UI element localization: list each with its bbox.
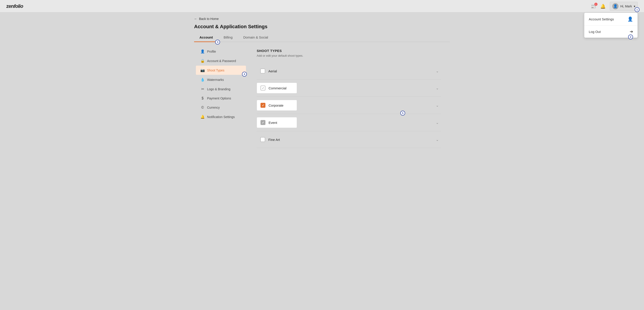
page-title: Account & Application Settings — [194, 24, 450, 30]
sidebar-item-account-password[interactable]: 🔒 Account & Password — [196, 56, 246, 65]
user-menu-wrapper: 👤 Hi, Mark ▾ 1 — [610, 2, 638, 11]
camera-icon: 📷 — [200, 68, 205, 72]
notification-badge: 1 — [594, 3, 598, 6]
checkbox-commercial[interactable]: ✓ — [260, 86, 266, 90]
tab-domain[interactable]: Domain & Social — [238, 33, 274, 42]
scissors-icon: ✂ — [200, 87, 205, 91]
back-link[interactable]: ← Back to Home — [194, 17, 450, 21]
bell-sidebar-icon: 🔔 — [200, 115, 205, 119]
checkmark-event: ✓ — [262, 121, 264, 124]
section-subtitle: Add or edit your default shoot types. — [257, 54, 441, 57]
annotation-4: 4 — [242, 72, 247, 77]
shoot-label-event: Event — [268, 121, 277, 124]
sidebar-item-currency[interactable]: © Currency — [196, 103, 246, 112]
user-menu-button[interactable]: 👤 Hi, Mark ▾ — [610, 2, 638, 11]
shoot-row-corporate: ✓ Corporate 5 ⌄ — [257, 97, 441, 114]
chevron-commercial: ⌄ — [436, 86, 439, 90]
account-settings-menu-item[interactable]: Account Settings 👤 2 — [584, 13, 638, 26]
back-arrow-icon: ← — [194, 17, 197, 21]
section-title: SHOOT TYPES — [257, 49, 441, 53]
user-dropdown-menu: Account Settings 👤 2 Log Out ➔ — [584, 13, 638, 38]
annotation-3: 3 — [215, 40, 220, 45]
shoot-label-corporate: Corporate — [268, 103, 284, 107]
back-link-text: Back to Home — [199, 17, 219, 21]
sidebar-label-shoot-types: Shoot Types — [207, 69, 224, 72]
shoot-label-aerial: Aerial — [268, 69, 277, 73]
person-icon: 👤 — [628, 16, 633, 22]
sidebar-label-logo-branding: Logo & Branding — [207, 87, 230, 91]
sidebar-item-watermarks[interactable]: 💧 Watermarks — [196, 75, 246, 84]
bell-icon[interactable]: 🔔 — [600, 4, 606, 9]
notification-icon[interactable]: 📰 1 — [590, 4, 596, 9]
sidebar-item-shoot-types[interactable]: 📷 Shoot Types 4 — [196, 66, 246, 75]
sidebar-item-profile[interactable]: 👤 Profile — [196, 47, 246, 56]
sidebar: 👤 Profile 🔒 Account & Password 📷 Shoot T… — [194, 42, 248, 177]
annotation-5: 5 — [400, 111, 405, 116]
sidebar-label-account-password: Account & Password — [207, 59, 236, 63]
annotation-2: 2 — [628, 35, 633, 39]
logo: zenfolio — [6, 3, 23, 9]
avatar: 👤 — [612, 3, 618, 10]
shoot-row-inner-fine-art: Fine Art — [257, 134, 297, 145]
user-greeting: Hi, Mark — [620, 5, 632, 8]
topnav: zenfolio 📰 1 🔔 👤 Hi, Mark ▾ 1 — [0, 0, 644, 13]
checkbox-event[interactable]: ✓ — [260, 120, 266, 125]
main-content: SHOOT TYPES Add or edit your default sho… — [248, 42, 450, 177]
sidebar-item-payment[interactable]: $ Payment Options — [196, 94, 246, 103]
shoot-row-event: ✓ Event ⌄ — [257, 114, 441, 131]
checkmark-commercial: ✓ — [262, 86, 264, 90]
sidebar-label-notifications: Notification Settings — [207, 115, 235, 119]
sidebar-label-watermarks: Watermarks — [207, 78, 224, 82]
watermark-icon: 💧 — [200, 78, 205, 82]
sidebar-label-currency: Currency — [207, 106, 220, 109]
sidebar-label-profile: Profile — [207, 50, 216, 53]
sidebar-item-logo-branding[interactable]: ✂ Logo & Branding — [196, 84, 246, 94]
main-container: ← Back to Home Account & Application Set… — [188, 13, 456, 181]
content-area: 👤 Profile 🔒 Account & Password 📷 Shoot T… — [194, 42, 450, 177]
chevron-corporate: ⌄ — [436, 103, 439, 107]
chevron-aerial: ⌄ — [436, 69, 439, 73]
logout-label: Log Out — [589, 30, 600, 34]
lock-icon: 🔒 — [200, 59, 205, 63]
shoot-row-fine-art: Fine Art ⌄ — [257, 131, 441, 148]
checkbox-fine-art[interactable] — [260, 137, 265, 142]
shoot-row-inner-aerial: Aerial — [257, 66, 297, 76]
checkmark-corporate: ✓ — [262, 104, 264, 107]
shoot-row-inner-event: ✓ Event — [257, 117, 297, 128]
dropdown-arrow: ▾ — [634, 5, 635, 8]
checkbox-aerial[interactable] — [260, 69, 265, 73]
chevron-fine-art: ⌄ — [436, 137, 439, 142]
profile-icon: 👤 — [200, 49, 205, 54]
account-settings-label: Account Settings — [589, 17, 614, 21]
shoot-row-inner-commercial: ✓ Commercial — [257, 83, 297, 93]
topnav-right: 📰 1 🔔 👤 Hi, Mark ▾ 1 — [590, 2, 638, 11]
tab-account[interactable]: Account 3 — [194, 33, 218, 42]
dollar-icon: $ — [200, 96, 205, 100]
tabs-bar: Account 3 Billing Domain & Social — [194, 33, 450, 42]
tab-billing[interactable]: Billing — [218, 33, 238, 42]
sidebar-label-payment: Payment Options — [207, 97, 231, 100]
shoot-row-aerial: Aerial ⌄ — [257, 63, 441, 80]
shoot-row-inner-corporate: ✓ Corporate — [257, 100, 297, 111]
chevron-event: ⌄ — [436, 120, 439, 125]
checkbox-corporate[interactable]: ✓ — [260, 103, 266, 108]
sidebar-item-notifications[interactable]: 🔔 Notification Settings — [196, 112, 246, 121]
annotation-1: 1 — [634, 7, 640, 12]
shoot-row-commercial: ✓ Commercial ⌄ — [257, 80, 441, 97]
shoot-label-commercial: Commercial — [268, 86, 286, 90]
shoot-label-fine-art: Fine Art — [268, 138, 280, 141]
currency-icon: © — [200, 105, 205, 109]
logout-icon: ➔ — [630, 29, 633, 34]
